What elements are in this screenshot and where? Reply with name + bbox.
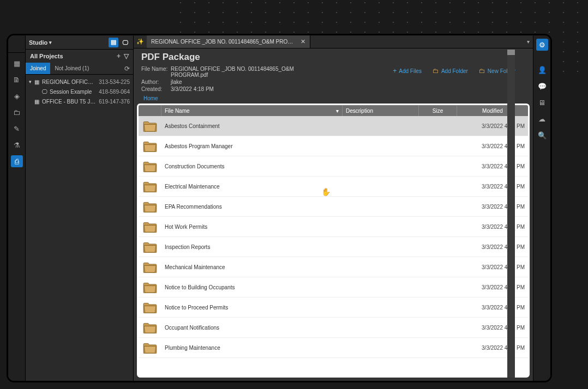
- tree-row[interactable]: 🖵Session Example418-589-064: [26, 87, 133, 96]
- search-icon[interactable]: 🔍: [536, 129, 548, 141]
- table-row[interactable]: Notice to Building Occupants3/3/2022 4:2…: [139, 277, 528, 297]
- panel-mode-icon[interactable]: ▤: [109, 38, 118, 47]
- folder-icon: [139, 261, 161, 273]
- folder-icon: [139, 281, 161, 293]
- all-projects-label: All Projects: [30, 53, 63, 59]
- studio-icon[interactable]: ⎙: [11, 155, 23, 167]
- panel-mode2-icon[interactable]: 🖵: [120, 38, 130, 47]
- tree-row[interactable]: ▦OFFICE - BBU T5 Job No..619-147-376: [26, 96, 133, 106]
- col-size[interactable]: Size: [419, 105, 457, 116]
- row-modified: 3/3/2022 4:21 PM: [457, 284, 528, 290]
- row-name: Construction Documents: [161, 163, 343, 169]
- refresh-icon[interactable]: ⟳: [124, 65, 130, 72]
- row-modified: 3/3/2022 4:22 PM: [457, 224, 528, 230]
- author-label: Author:: [141, 79, 171, 85]
- document-tab[interactable]: REGIONAL OFFICE _JOB NO. 0011484865_O&M …: [147, 35, 310, 48]
- col-icon[interactable]: [139, 105, 161, 116]
- folder-plus-icon: 🗀: [479, 67, 485, 75]
- pen-icon[interactable]: ✎: [11, 123, 23, 135]
- table-row[interactable]: Mechanical Maintenance3/3/2022 4:20 PM: [139, 257, 528, 277]
- studio-dropdown[interactable]: Studio ▾ ▤ 🖵: [26, 35, 133, 50]
- table-row[interactable]: Asbestos Containment3/3/2022 4:20 PM: [139, 116, 528, 136]
- gear-icon[interactable]: ⚙: [536, 39, 548, 51]
- row-modified: 3/3/2022 4:19 PM: [457, 163, 528, 169]
- briefcase-icon[interactable]: 🗀: [11, 106, 23, 118]
- tree-row[interactable]: ▾▦REGIONAL OFFICE TER..313-534-225: [26, 77, 133, 87]
- file-value: REGIONAL OFFICE _JOB NO. 0011484865_O&M …: [171, 66, 316, 78]
- tab-joined[interactable]: Joined: [26, 63, 50, 74]
- sort-desc-icon: ▾: [336, 108, 339, 114]
- created-value: 3/3/2022 4:18 PM: [171, 86, 316, 92]
- breadcrumb-home[interactable]: Home: [134, 94, 533, 102]
- table-row[interactable]: Notice to Proceed Permits3/3/2022 4:21 P…: [139, 297, 528, 318]
- folder-icon: [139, 140, 161, 152]
- row-modified: 3/3/2022 4:20 PM: [457, 123, 528, 129]
- row-modified: 3/3/2022 4:22 PM: [457, 325, 528, 331]
- row-name: Notice to Proceed Permits: [161, 305, 343, 311]
- table-row[interactable]: Asbestos Program Manager3/3/2022 4:21 PM: [139, 136, 528, 156]
- row-name: Notice to Building Occupants: [161, 284, 343, 290]
- add-files-link[interactable]: +Add Files: [393, 67, 422, 75]
- wand-icon[interactable]: ✨: [134, 38, 147, 45]
- file-label: File Name:: [141, 66, 171, 78]
- doctab-title: REGIONAL OFFICE _JOB NO. 0011484865_O&M …: [151, 39, 296, 45]
- folder-icon: [139, 321, 161, 333]
- created-label: Created:: [141, 86, 171, 92]
- row-modified: 3/3/2022 4:21 PM: [457, 305, 528, 311]
- folder-icon: [139, 120, 161, 132]
- scrollbar[interactable]: [507, 50, 515, 378]
- folder-icon: [139, 342, 161, 354]
- col-description[interactable]: Description: [343, 105, 419, 116]
- table-row[interactable]: Electrical Maintenance3/3/2022 4:20 PM: [139, 177, 528, 197]
- table-row[interactable]: Occupant Notifications3/3/2022 4:22 PM: [139, 318, 528, 338]
- row-name: Electrical Maintenance: [161, 184, 343, 190]
- device-icon[interactable]: 🖥: [536, 96, 548, 108]
- tab-not-joined[interactable]: Not Joined (1): [50, 63, 93, 74]
- page-title: PDF Package: [141, 52, 525, 63]
- table-row[interactable]: Inspection Reports3/3/2022 4:21 PM: [139, 237, 528, 257]
- left-rail: ▦ 🗎 ◈ 🗀 ✎ ⚗ ⎙: [8, 35, 26, 381]
- chevron-down-icon: ▾: [49, 40, 52, 45]
- row-name: Hot Work Permits: [161, 224, 343, 230]
- row-name: Occupant Notifications: [161, 325, 343, 331]
- flask-icon[interactable]: ⚗: [11, 139, 23, 151]
- row-name: Mechanical Maintenance: [161, 264, 343, 270]
- grid-icon[interactable]: ▦: [11, 57, 23, 69]
- row-modified: 3/3/2022 4:19 PM: [457, 204, 528, 210]
- package-listing: File Name▾ Description Size Modified Asb…: [137, 104, 530, 378]
- row-modified: 3/3/2022 4:21 PM: [457, 143, 528, 149]
- user-icon[interactable]: 👤: [536, 64, 548, 76]
- row-name: Inspection Reports: [161, 244, 343, 250]
- row-name: Asbestos Program Manager: [161, 143, 343, 149]
- row-modified: 3/3/2022 4:21 PM: [457, 244, 528, 250]
- right-rail: ⚙ 👤 💬 🖥 ☁ 🔍: [533, 35, 550, 381]
- doc-icon[interactable]: 🗎: [11, 74, 23, 86]
- scrollbar-thumb[interactable]: [507, 50, 515, 55]
- col-modified[interactable]: Modified: [457, 105, 528, 116]
- projects-panel: Studio ▾ ▤ 🖵 All Projects + ▽ Joined Not…: [26, 35, 134, 381]
- close-icon[interactable]: ✕: [301, 38, 305, 45]
- folder-icon: [139, 221, 161, 233]
- table-row[interactable]: Construction Documents3/3/2022 4:19 PM: [139, 156, 528, 177]
- folder-icon: 🗀: [433, 67, 439, 75]
- app-window: ▦ 🗎 ◈ 🗀 ✎ ⚗ ⎙ Studio ▾ ▤ 🖵 All Projects …: [7, 34, 552, 382]
- folder-icon: [139, 301, 161, 313]
- add-icon[interactable]: +: [117, 52, 121, 60]
- add-folder-link[interactable]: 🗀Add Folder: [433, 67, 468, 75]
- layers-icon[interactable]: ◈: [11, 90, 23, 102]
- table-row[interactable]: EPA Recommendations3/3/2022 4:19 PM: [139, 197, 528, 217]
- chat-icon[interactable]: 💬: [536, 80, 548, 92]
- filter-icon[interactable]: ▽: [124, 52, 129, 60]
- col-filename[interactable]: File Name▾: [161, 105, 343, 116]
- row-name: Plumbing Maintenance: [161, 345, 343, 351]
- folder-icon: [139, 200, 161, 212]
- folder-icon: [139, 241, 161, 253]
- tab-chevron-icon[interactable]: ▾: [527, 39, 530, 45]
- table-row[interactable]: Hot Work Permits3/3/2022 4:22 PM: [139, 217, 528, 237]
- table-row[interactable]: Plumbing Maintenance3/3/2022 4:20 PM: [139, 338, 528, 358]
- cloud-icon[interactable]: ☁: [536, 113, 548, 125]
- author-value: jlake: [171, 79, 316, 85]
- row-modified: 3/3/2022 4:20 PM: [457, 264, 528, 270]
- main-area: ✨ REGIONAL OFFICE _JOB NO. 0011484865_O&…: [134, 35, 533, 381]
- studio-label: Studio: [29, 39, 47, 46]
